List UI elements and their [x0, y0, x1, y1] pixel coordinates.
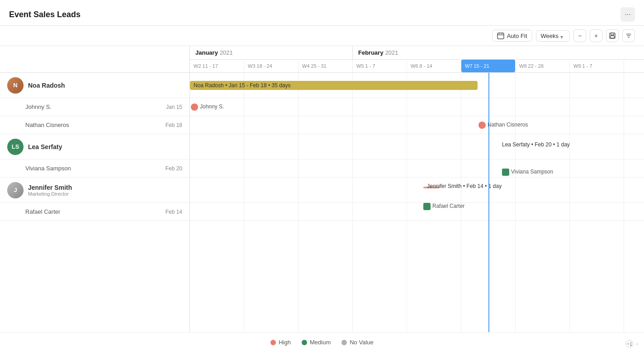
zoom-out-button[interactable]: − [573, 29, 586, 42]
date-nathan: Feb 18 [166, 122, 182, 128]
group-jennifer-name: Jennifer Smith [28, 184, 72, 191]
weeks-label: Weeks [541, 33, 559, 39]
week-w9: W9 1 - 7 [570, 60, 624, 72]
gantt-right-panel: Noa Radosh • Jan 15 - Feb 18 • 35 days J… [190, 73, 644, 332]
branding-decoration: + [625, 339, 639, 348]
month-jan-name: January [195, 49, 218, 56]
row-nathan[interactable]: Nathan Cisneros Feb 18 [0, 116, 189, 134]
week-w2: W2 11 - 17 [190, 60, 244, 72]
gantt-header: January 2021 February 2021 W2 11 - 17 W3… [0, 46, 644, 73]
data-area: N Noa Radosh Johnny S. Jan 15 Nathan Cis… [0, 73, 644, 332]
row-viviana[interactable]: Viviana Sampson Feb 20 [0, 160, 189, 178]
date-johnny: Jan 15 [166, 104, 182, 110]
legend-high-label: High [279, 339, 291, 346]
legend-medium-dot [302, 340, 307, 345]
row-rafael[interactable]: Rafael Carter Feb 14 [0, 203, 189, 221]
avatar-jennifer: J [7, 182, 24, 198]
calendar-icon [497, 32, 504, 39]
week-w8: W8 22 - 28 [516, 60, 570, 72]
bar-nathan[interactable] [478, 122, 486, 129]
week-w7-current: W7 15 - 21 [461, 60, 516, 72]
minus-icon: − [578, 32, 582, 39]
avatar-noa: N [7, 77, 24, 94]
save-icon [609, 33, 616, 39]
date-viviana: Feb 20 [166, 165, 182, 172]
more-options-button[interactable]: ··· [620, 7, 635, 22]
week-w4: W4 25 - 31 [298, 60, 353, 72]
svg-rect-6 [611, 36, 615, 38]
group-jennifer-header[interactable]: J Jennifer Smith Marketing Director [0, 178, 189, 203]
month-feb-year: 2021 [385, 49, 398, 56]
legend-novalue-label: No Value [350, 339, 374, 346]
left-panel: N Noa Radosh Johnny S. Jan 15 Nathan Cis… [0, 73, 190, 332]
legend-novalue-dot [341, 340, 347, 345]
month-jan-year: 2021 [220, 49, 233, 56]
chevron-down-icon [560, 33, 565, 38]
grid-columns [190, 73, 624, 332]
name-nathan: Nathan Cisneros [25, 122, 161, 128]
weeks-selector[interactable]: Weeks [536, 30, 570, 42]
legend: High Medium No Value [0, 332, 644, 352]
more-icon: ··· [625, 10, 630, 19]
weeks-row: W2 11 - 17 W3 18 - 24 W4 25 - 31 W5 1 - … [190, 60, 644, 72]
month-january: January 2021 [190, 46, 353, 59]
svg-point-13 [630, 344, 632, 346]
gantt-header-right: January 2021 February 2021 W2 11 - 17 W3… [190, 46, 644, 72]
svg-rect-5 [611, 33, 614, 35]
bar-viviana-label: Viviana Sampson [511, 169, 553, 175]
jennifer-role: Marketing Director [28, 191, 72, 197]
name-rafael: Rafael Carter [25, 208, 161, 215]
date-rafael: Feb 14 [166, 209, 182, 215]
filter-icon [625, 33, 632, 39]
svg-point-12 [630, 342, 632, 344]
bar-noa[interactable]: Noa Radosh • Jan 15 - Feb 18 • 35 days [190, 81, 478, 90]
svg-rect-0 [497, 33, 504, 39]
jennifer-info: Jennifer Smith Marketing Director [28, 184, 72, 197]
week-w3: W3 18 - 24 [244, 60, 298, 72]
branding-icon [625, 339, 634, 348]
branding-plus: + [636, 341, 639, 347]
bar-rafael-label: Rafael Carter [432, 203, 464, 209]
svg-point-10 [626, 340, 633, 347]
legend-medium: Medium [302, 339, 331, 346]
save-view-button[interactable] [606, 29, 619, 42]
autofit-button[interactable]: Auto Fit [492, 30, 532, 42]
zoom-in-button[interactable]: + [590, 29, 602, 42]
group-lea-header[interactable]: LS Lea Serfaty [0, 134, 189, 160]
filter-button[interactable] [622, 29, 635, 42]
autofit-label: Auto Fit [507, 33, 527, 39]
bar-nathan-label: Nathan Cisneros [488, 122, 528, 128]
main-content: January 2021 February 2021 W2 11 - 17 W3… [0, 46, 644, 352]
gantt-header-left [0, 46, 190, 72]
avatar-lea: LS [7, 139, 24, 155]
bar-johnny-label: Johnny S. [200, 103, 224, 110]
bar-lea-label: Lea Serfaty • Feb 20 • 1 day [502, 141, 570, 148]
legend-high: High [270, 339, 291, 346]
week-w5: W5 1 - 7 [353, 60, 407, 72]
bar-viviana[interactable] [502, 169, 509, 176]
week-w6: W6 8 - 14 [407, 60, 461, 72]
bar-johnny[interactable] [191, 103, 198, 111]
plus-icon: + [594, 32, 598, 39]
bar-jennifer-label: Jennifer Smith • Feb 14 • 1 day [427, 183, 502, 189]
months-row: January 2021 February 2021 [190, 46, 644, 60]
header: Event Sales Leads ··· [0, 0, 644, 26]
group-noa-name: Noa Radosh [28, 82, 65, 89]
svg-point-11 [627, 343, 629, 345]
legend-high-dot [270, 340, 276, 345]
group-lea-name: Lea Serfaty [28, 143, 62, 150]
toolbar: Auto Fit Weeks − + [0, 26, 644, 46]
app-container: Event Sales Leads ··· Auto Fit Weeks − + [0, 0, 644, 352]
group-noa-header[interactable]: N Noa Radosh [0, 73, 189, 98]
avatar-lea-initials: LS [12, 143, 19, 150]
name-viviana: Viviana Sampson [25, 165, 161, 172]
legend-novalue: No Value [341, 339, 374, 346]
bar-noa-label: Noa Radosh • Jan 15 - Feb 18 • 35 days [194, 82, 291, 89]
legend-medium-label: Medium [310, 339, 331, 346]
row-johnny[interactable]: Johnny S. Jan 15 [0, 98, 189, 116]
page-title: Event Sales Leads [9, 10, 80, 19]
month-february: February 2021 [353, 46, 398, 59]
name-johnny: Johnny S. [25, 103, 161, 110]
month-feb-name: February [358, 49, 384, 56]
bar-rafael[interactable] [423, 203, 431, 210]
